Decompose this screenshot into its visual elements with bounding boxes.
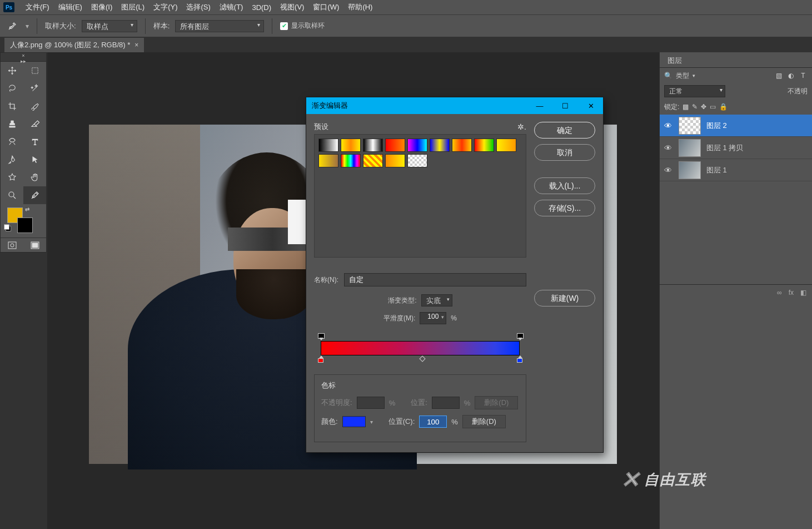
color-swatches[interactable]: ⇄ [1,204,46,238]
menu-window[interactable]: 窗口(W) [308,0,343,14]
layer-thumbnail[interactable] [679,117,701,135]
gradient-preset[interactable] [318,154,338,167]
opacity-stop-left[interactable] [317,333,324,340]
document-tab[interactable]: 人像2.png @ 100% (图层 2, RGB/8) * × [4,38,144,52]
screenmode-toggle[interactable] [23,238,46,252]
wand-tool[interactable] [23,80,46,97]
brush-tool[interactable] [23,97,46,115]
gradient-preset[interactable] [363,139,383,152]
gradient-type-dropdown[interactable]: 实底 [421,294,452,306]
gradient-preset[interactable] [341,154,361,167]
midpoint-diamond[interactable] [419,355,425,362]
gradient-name-input[interactable] [344,273,526,286]
panel-grip[interactable]: ×▸▸ [1,53,46,62]
gradient-ramp-area[interactable] [314,333,526,372]
eyedropper-tool[interactable] [23,186,46,204]
lock-all-icon[interactable]: 🔒 [719,103,728,111]
maximize-icon[interactable]: ☐ [559,102,572,110]
filter-image-icon[interactable]: ▧ [774,71,783,80]
layers-tab[interactable]: 图层 [660,52,690,67]
layer-item[interactable]: 👁 图层 1 拷贝 [660,137,812,159]
menu-layer[interactable]: 图层(L) [117,0,149,14]
gradient-ramp[interactable] [321,341,520,355]
path-select-tool[interactable] [23,151,46,169]
menu-file[interactable]: 文件(F) [21,0,54,14]
new-button[interactable]: 新建(W) [534,290,595,306]
gradient-preset[interactable] [452,139,472,152]
menu-edit[interactable]: 编辑(E) [54,0,87,14]
load-button[interactable]: 载入(L)... [534,177,595,194]
close-icon[interactable]: × [134,41,138,49]
patch-tool[interactable] [1,133,23,151]
menu-3d[interactable]: 3D(D) [247,1,276,14]
quickmask-toggle[interactable] [1,238,23,252]
cancel-button[interactable]: 取消 [534,144,595,161]
stamp-tool[interactable] [1,115,23,133]
pen-tool[interactable] [1,151,23,169]
gradient-preset[interactable] [407,154,427,167]
gradient-preset[interactable] [474,139,494,152]
shape-tool[interactable] [1,169,23,186]
save-button[interactable]: 存储(S)... [534,200,595,216]
menu-filter[interactable]: 滤镜(T) [215,0,248,14]
background-swatch[interactable] [17,217,33,233]
visibility-icon[interactable]: 👁 [663,121,673,130]
lock-brush-icon[interactable]: ✎ [692,103,698,111]
gradient-preset[interactable] [318,139,338,152]
filter-type-icon[interactable]: T [799,71,808,80]
zoom-tool[interactable] [1,186,23,204]
lasso-tool[interactable] [1,80,23,97]
gradient-preset[interactable] [407,139,427,152]
sample-dropdown[interactable]: 所有图层 [175,20,264,32]
color-position-input[interactable] [419,416,447,428]
minimize-icon[interactable]: — [533,102,546,110]
gear-icon[interactable]: ✲. [517,122,526,131]
sample-size-dropdown[interactable]: 取样点 [82,20,137,32]
gradient-preset[interactable] [385,139,405,152]
marquee-tool[interactable] [23,62,46,80]
gradient-preset[interactable] [363,154,383,167]
gradient-preset[interactable] [496,139,516,152]
link-icon[interactable]: ∞ [777,289,782,296]
move-tool[interactable] [1,62,23,80]
filter-adjust-icon[interactable]: ◐ [786,71,795,80]
blend-mode-dropdown[interactable]: 正常 [664,85,725,97]
visibility-icon[interactable]: 👁 [663,166,673,175]
layer-item[interactable]: 👁 图层 2 [660,115,812,137]
layer-thumbnail[interactable] [679,161,701,179]
mask-icon[interactable]: ◧ [800,289,806,296]
menu-help[interactable]: 帮助(H) [343,0,377,14]
menu-type[interactable]: 文字(Y) [149,0,182,14]
menu-view[interactable]: 视图(V) [276,0,308,14]
fx-icon[interactable]: fx [789,289,794,296]
lock-pixels-icon[interactable]: ▩ [683,103,689,111]
hand-tool[interactable] [23,169,46,186]
opacity-stop-right[interactable] [516,333,523,340]
lock-artboard-icon[interactable]: ▭ [710,103,716,111]
lock-move-icon[interactable]: ✥ [701,103,706,111]
ok-button[interactable]: 确定 [534,122,595,139]
layer-item[interactable]: 👁 图层 1 [660,159,812,181]
layer-thumbnail[interactable] [679,139,701,157]
color-stop-left[interactable] [317,355,324,363]
gradient-preset[interactable] [341,139,361,152]
menu-image[interactable]: 图像(I) [87,0,117,14]
close-icon[interactable]: ✕ [584,102,597,110]
type-tool[interactable] [23,133,46,151]
color-swatch[interactable] [342,416,366,427]
dialog-titlebar[interactable]: 渐变编辑器 — ☐ ✕ [306,97,603,114]
visibility-icon[interactable]: 👁 [663,144,673,152]
menu-select[interactable]: 选择(S) [182,0,215,14]
crop-tool[interactable] [1,97,23,115]
swap-colors-icon[interactable]: ⇄ [25,206,29,212]
eraser-tool[interactable] [23,115,46,133]
chevron-down-icon[interactable]: ▾ [370,419,373,425]
show-ring-checkbox[interactable]: ✔ 显示取样环 [280,21,325,31]
delete-color-stop-button[interactable]: 删除(D) [462,415,506,428]
smoothness-input[interactable]: 100 [420,312,446,324]
gradient-preset[interactable] [385,154,405,167]
color-stop-right[interactable] [516,355,523,363]
default-colors-icon[interactable] [4,224,11,231]
gradient-preset[interactable] [430,139,450,152]
watermark-x-icon: ✕ [621,467,641,492]
